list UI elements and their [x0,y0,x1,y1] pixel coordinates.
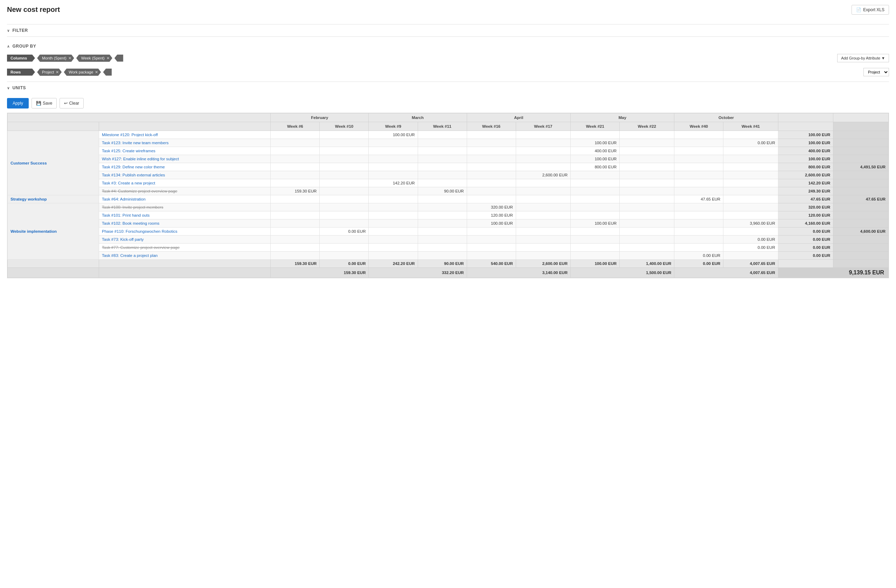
value-cell: 100.00 EUR [467,219,516,227]
week41-header: Week #41 [723,122,778,131]
value-cell [320,212,369,219]
project-total-cell: 4,491.50 EUR [834,163,888,171]
task-name-cell[interactable]: Task #73: Kick-off party [99,236,271,244]
value-cell [320,131,369,139]
value-cell [570,179,619,187]
value-cell [320,236,369,244]
project-total-cell [834,203,888,212]
value-cell [674,179,723,187]
filter-section-header[interactable]: ∨ FILTER [7,24,889,37]
value-cell [516,236,570,244]
value-cell [570,171,619,179]
value-cell [320,187,369,195]
table-row: Task #129: Define new color theme800.00 … [8,163,888,171]
task-name-cell[interactable]: Task #134: Publish external articles [99,171,271,179]
apply-button[interactable]: Apply [7,98,29,108]
value-cell [570,187,619,195]
week-spent-tag[interactable]: Week (Spent) ✕ [76,55,113,62]
value-cell [723,179,778,187]
value-cell [467,227,516,236]
task-name-cell[interactable]: Task #101: Print hand outs [99,212,271,219]
value-cell [620,203,674,212]
value-cell [570,195,619,203]
row-total-cell: 0.00 EUR [778,244,834,251]
task-name-cell[interactable]: Task #64: Administration [99,195,271,203]
value-cell: 100.00 EUR [570,219,619,227]
clear-button[interactable]: ↩ Clear [59,98,84,108]
project-total-cell [834,171,888,179]
task-name-cell[interactable]: Task #129: Define new color theme [99,163,271,171]
task-name-cell[interactable]: Milestone #120: Project kick-off [99,131,271,139]
value-cell [467,244,516,251]
value-cell [467,179,516,187]
month-spent-tag[interactable]: Month (Spent) ✕ [37,55,74,62]
task-name-cell[interactable]: Phase #110: Forschungswochen Robotics [99,227,271,236]
week6-header: Week #6 [271,122,320,131]
add-column-attribute-button[interactable]: Add Group-by Attribute ▼ [837,54,889,62]
value-cell [723,227,778,236]
value-cell [369,236,418,244]
project-cell: Strategy workshop [8,195,99,203]
value-cell [570,212,619,219]
task-name-cell[interactable]: Task #100: Invite project members [99,203,271,212]
project-remove[interactable]: ✕ [56,70,59,75]
totals-row: 159.30 EUR0.00 EUR242.20 EUR90.00 EUR540… [8,260,888,268]
totals-cell: 2,600.00 EUR [516,260,570,268]
value-cell [620,227,674,236]
row-total-cell: 800.00 EUR [778,163,834,171]
value-cell [516,227,570,236]
table-row: Task #77: Customize project overview pag… [8,244,888,251]
task-name-cell[interactable]: Task #3: Create a new project [99,179,271,187]
save-button[interactable]: 💾 Save [32,98,57,108]
work-package-remove[interactable]: ✕ [95,70,98,75]
value-cell [418,244,467,251]
units-section-header[interactable]: ∨ UNITS [7,82,889,94]
project-cell: Customer Success [8,131,99,195]
row-total-cell: 47.65 EUR [778,195,834,203]
row-total-cell: 142.20 EUR [778,179,834,187]
work-package-tag[interactable]: Work package ✕ [64,69,101,76]
row-total-cell: 100.00 EUR [778,139,834,147]
value-cell: 100.00 EUR [369,131,418,139]
value-cell [271,179,320,187]
table-row: Task #101: Print hand outs120.00 EUR120.… [8,212,888,219]
value-cell [369,251,418,260]
project-total-cell [834,187,888,195]
value-cell [516,195,570,203]
task-name-cell[interactable]: Task #102: Book meeting rooms [99,219,271,227]
table-row: Task #4: Customize project overview page… [8,187,888,195]
value-cell [271,203,320,212]
group-by-section-header[interactable]: ∧ GROUP BY [7,40,889,52]
task-name-cell[interactable]: Task #77: Customize project overview pag… [99,244,271,251]
value-cell [418,212,467,219]
group-by-label: GROUP BY [12,44,37,49]
project-total-cell: 47.65 EUR [834,195,888,203]
value-cell [320,251,369,260]
value-cell [620,139,674,147]
cost-report-table: February March April May October Week #6… [7,113,889,278]
value-cell [418,171,467,179]
rows-select[interactable]: Project [864,68,889,76]
value-cell [516,219,570,227]
value-cell [674,187,723,195]
week-spent-remove[interactable]: ✕ [107,56,110,61]
task-name-cell[interactable]: Task #125: Create wireframes [99,147,271,155]
export-xls-button[interactable]: 📄 Export XLS [852,5,889,15]
project-tag[interactable]: Project ✕ [37,69,62,76]
task-name-cell[interactable]: Task #4: Customize project overview page [99,187,271,195]
table-row: Task #3: Create a new project142.20 EUR1… [8,179,888,187]
value-cell [271,171,320,179]
totals-cell: 90.00 EUR [418,260,467,268]
value-cell [467,171,516,179]
month-spent-remove[interactable]: ✕ [68,56,72,61]
group-by-arrow: ∧ [7,44,10,48]
table-row: Customer SuccessMilestone #120: Project … [8,131,888,139]
value-cell [620,131,674,139]
week16-header: Week #16 [467,122,516,131]
month-totals-row: 159.30 EUR332.20 EUR3,140.00 EUR1,500.00… [8,268,888,278]
task-name-cell[interactable]: Task #123: Invite new team members [99,139,271,147]
project-total-cell [834,212,888,219]
value-cell [570,236,619,244]
task-name-cell[interactable]: Wish #127: Enable inline editing for sub… [99,155,271,163]
task-name-cell[interactable]: Task #83: Create a project plan [99,251,271,260]
